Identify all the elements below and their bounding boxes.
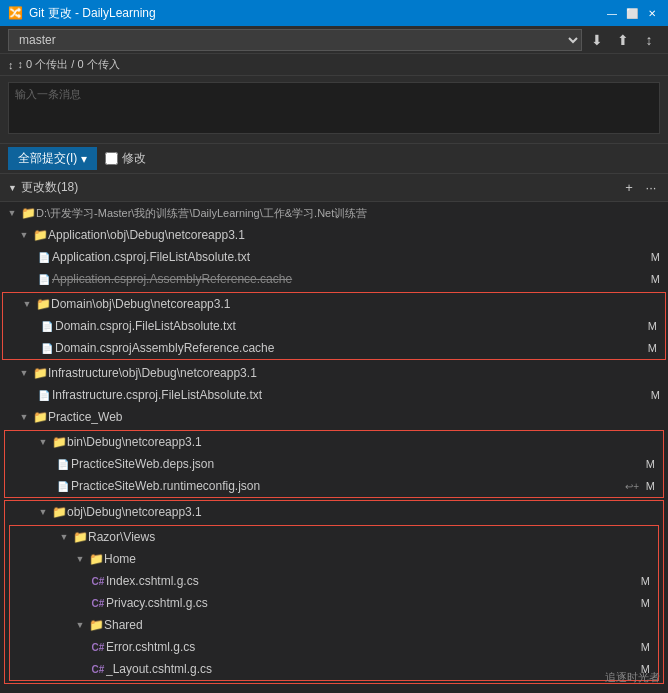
app-file-2[interactable]: 📄 Application.csproj.AssemblyReference.c… [0, 268, 668, 290]
sync-arrows: ↕ [8, 59, 14, 71]
home-folder[interactable]: ▼ 📁 Home [10, 548, 658, 570]
infra-folder-label: Infrastructure\obj\Debug\netcoreapp3.1 [48, 366, 660, 380]
obj-debug-group-highlighted: ▼ 📁 obj\Debug\netcoreapp3.1 ▼ 📁 Razor\Vi… [4, 500, 664, 684]
add-all-button[interactable]: + [620, 179, 638, 197]
action-bar: 全部提交(I) ▾ 修改 [0, 144, 668, 174]
razor-views-group-highlighted: ▼ 📁 Razor\Views ▼ 📁 Home C# Index.cshtml… [9, 525, 659, 681]
pw-file-1[interactable]: 📄 PracticeSiteWeb.deps.json M [5, 453, 663, 475]
shared-folder[interactable]: ▼ 📁 Shared [10, 614, 658, 636]
index-cshtml-status: M [636, 575, 650, 587]
file-icon-1: 📄 [36, 249, 52, 265]
file-tree: ▼ 📁 D:\开发学习-Master\我的训练营\DailyLearning\工… [0, 202, 668, 693]
obj-debug-folder[interactable]: ▼ 📁 obj\Debug\netcoreapp3.1 [5, 501, 663, 523]
push-button[interactable]: ⬆ [612, 29, 634, 51]
pw-chevron: ▼ [16, 409, 32, 425]
error-cshtml-status: M [636, 641, 650, 653]
layout-cshtml-label: _Layout.cshtml.g.cs [106, 662, 636, 676]
pw-file-2-status: M [641, 480, 655, 492]
bin-folder-icon: 📁 [51, 434, 67, 450]
sync-info: ↕ ↕ 0 个传出 / 0 个传入 [0, 54, 668, 76]
razor-folder-icon: 📁 [72, 529, 88, 545]
domain-file-icon-2: 📄 [39, 340, 55, 356]
app-file-1-label: Application.csproj.FileListAbsolute.txt [52, 250, 646, 264]
domain-file-1[interactable]: 📄 Domain.csproj.FileListAbsolute.txt M [3, 315, 665, 337]
amend-checkbox-input[interactable] [105, 152, 118, 165]
more-options-button[interactable]: ··· [642, 179, 660, 197]
domain-file-2[interactable]: 📄 Domain.csprojAssemblyReference.cache M [3, 337, 665, 359]
domain-file-icon-1: 📄 [39, 318, 55, 334]
commit-message-input[interactable] [8, 82, 660, 134]
app-file-2-status: M [646, 273, 660, 285]
close-button[interactable]: ✕ [644, 5, 660, 21]
pw-folder-icon: 📁 [32, 409, 48, 425]
window-title: Git 更改 - DailyLearning [29, 5, 156, 22]
practiceweb-group: ▼ 📁 Practice_Web ▼ 📁 bin\Debug\netcoreap… [0, 406, 668, 684]
infra-folder[interactable]: ▼ 📁 Infrastructure\obj\Debug\netcoreapp3… [0, 362, 668, 384]
title-bar-right: — ⬜ ✕ [604, 5, 660, 21]
pw-folder-label: Practice_Web [48, 410, 660, 424]
shared-folder-label: Shared [104, 618, 650, 632]
commit-label: 全部提交(I) [18, 150, 77, 167]
bin-debug-folder[interactable]: ▼ 📁 bin\Debug\netcoreapp3.1 [5, 431, 663, 453]
app-folder-label: Application\obj\Debug\netcoreapp3.1 [48, 228, 660, 242]
obj-folder-icon: 📁 [51, 504, 67, 520]
index-cshtml-file[interactable]: C# Index.cshtml.g.cs M [10, 570, 658, 592]
infra-file-1-label: Infrastructure.csproj.FileListAbsolute.t… [52, 388, 646, 402]
git-icon: 🔀 [8, 6, 23, 20]
section-title: 更改数(18) [21, 179, 78, 196]
commit-all-button[interactable]: 全部提交(I) ▾ [8, 147, 97, 170]
application-group: ▼ 📁 Application\obj\Debug\netcoreapp3.1 … [0, 224, 668, 290]
app-file-2-label: Application.csproj.AssemblyReference.cac… [52, 272, 646, 286]
domain-folder-label: Domain\obj\Debug\netcoreapp3.1 [51, 297, 657, 311]
fetch-button[interactable]: ⬇ [586, 29, 608, 51]
pw-file-2-label: PracticeSiteWeb.runtimeconfig.json [71, 479, 625, 493]
bin-debug-group-highlighted: ▼ 📁 bin\Debug\netcoreapp3.1 📄 PracticeSi… [4, 430, 664, 498]
practiceweb-folder[interactable]: ▼ 📁 Practice_Web [0, 406, 668, 428]
branch-select[interactable]: master [8, 29, 582, 51]
layout-cshtml-file[interactable]: C# _Layout.cshtml.g.cs M [10, 658, 658, 680]
index-cshtml-label: Index.cshtml.g.cs [106, 574, 636, 588]
message-area [0, 76, 668, 144]
pw-file-1-label: PracticeSiteWeb.deps.json [71, 457, 641, 471]
pw-file-2-revert: ↩+ [625, 481, 639, 492]
cs-icon-2: C# [90, 595, 106, 611]
root-folder-icon: 📁 [20, 205, 36, 221]
sync-button[interactable]: ↕ [638, 29, 660, 51]
section-chevron[interactable]: ▼ [8, 183, 17, 193]
commit-dropdown-icon[interactable]: ▾ [81, 152, 87, 166]
home-folder-label: Home [104, 552, 650, 566]
pin-button[interactable]: — [604, 5, 620, 21]
title-bar-left: 🔀 Git 更改 - DailyLearning [8, 5, 156, 22]
branch-bar: master ⬇ ⬆ ↕ [0, 26, 668, 54]
amend-checkbox[interactable]: 修改 [105, 150, 146, 167]
domain-group-highlighted: ▼ 📁 Domain\obj\Debug\netcoreapp3.1 📄 Dom… [2, 292, 666, 360]
razor-views-folder[interactable]: ▼ 📁 Razor\Views [10, 526, 658, 548]
sync-text: ↕ 0 个传出 / 0 个传入 [18, 57, 120, 72]
pw-file-icon-1: 📄 [55, 456, 71, 472]
pw-file-icon-2: 📄 [55, 478, 71, 494]
watermark: 追逐时光者 [605, 670, 660, 685]
obj-chevron: ▼ [35, 504, 51, 520]
infra-chevron: ▼ [16, 365, 32, 381]
infra-file-1[interactable]: 📄 Infrastructure.csproj.FileListAbsolute… [0, 384, 668, 406]
app-file-1[interactable]: 📄 Application.csproj.FileListAbsolute.tx… [0, 246, 668, 268]
infra-file-1-status: M [646, 389, 660, 401]
app-file-1-status: M [646, 251, 660, 263]
error-cshtml-file[interactable]: C# Error.cshtml.g.cs M [10, 636, 658, 658]
cs-icon-1: C# [90, 573, 106, 589]
privacy-cshtml-file[interactable]: C# Privacy.cshtml.g.cs M [10, 592, 658, 614]
domain-file-1-label: Domain.csproj.FileListAbsolute.txt [55, 319, 643, 333]
pw-file-1-status: M [641, 458, 655, 470]
domain-folder[interactable]: ▼ 📁 Domain\obj\Debug\netcoreapp3.1 [3, 293, 665, 315]
domain-folder-icon: 📁 [35, 296, 51, 312]
application-folder[interactable]: ▼ 📁 Application\obj\Debug\netcoreapp3.1 [0, 224, 668, 246]
section-title-area: ▼ 更改数(18) [8, 179, 620, 196]
section-actions: + ··· [620, 179, 660, 197]
amend-label: 修改 [122, 150, 146, 167]
float-button[interactable]: ⬜ [624, 5, 640, 21]
pw-file-2[interactable]: 📄 PracticeSiteWeb.runtimeconfig.json ↩+ … [5, 475, 663, 497]
infrastructure-group: ▼ 📁 Infrastructure\obj\Debug\netcoreapp3… [0, 362, 668, 406]
cs-icon-4: C# [90, 661, 106, 677]
root-path-item[interactable]: ▼ 📁 D:\开发学习-Master\我的训练营\DailyLearning\工… [0, 202, 668, 224]
root-path-label: D:\开发学习-Master\我的训练营\DailyLearning\工作&学习… [36, 206, 660, 221]
